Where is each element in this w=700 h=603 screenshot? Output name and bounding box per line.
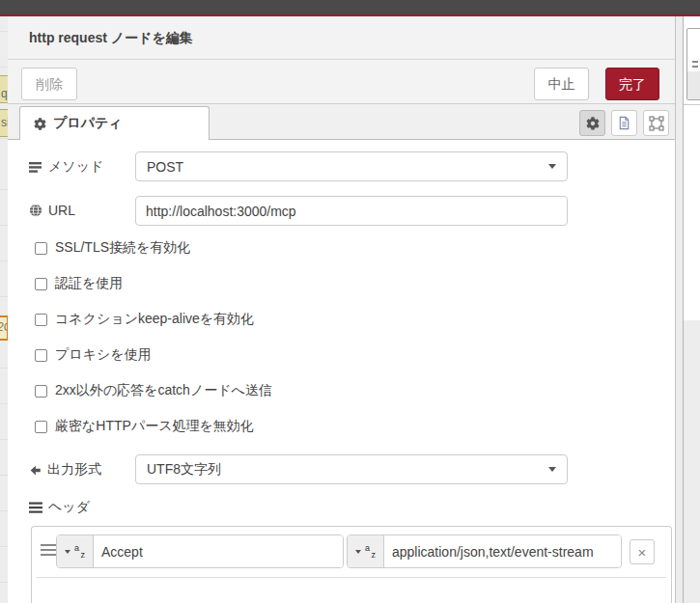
output-format-select[interactable]: UTF8文字列 bbox=[135, 454, 568, 484]
drag-handle-icon[interactable] bbox=[41, 544, 56, 559]
gear-icon bbox=[34, 118, 46, 130]
app-header-bar bbox=[0, 0, 700, 14]
remove-header-button[interactable]: × bbox=[630, 539, 655, 564]
group-selection-icon bbox=[649, 116, 664, 131]
chevron-down-icon bbox=[548, 164, 556, 169]
header-name-input[interactable] bbox=[94, 535, 343, 567]
done-button[interactable]: 完了 bbox=[605, 68, 659, 100]
output-format-label: 出力形式 bbox=[29, 461, 101, 479]
proxy-checkbox[interactable] bbox=[35, 349, 47, 362]
dialog-tab-row: プロパティ bbox=[8, 104, 675, 140]
checkbox-row-ssl: SSL/TLS接続を有効化 bbox=[35, 239, 190, 257]
headers-label: ヘッダ bbox=[29, 499, 90, 516]
header-name-type-button[interactable]: az bbox=[57, 535, 94, 567]
url-input[interactable] bbox=[135, 196, 568, 226]
header-value-type-button[interactable]: az bbox=[348, 535, 384, 567]
method-label: メソッド bbox=[29, 158, 103, 176]
chevron-down-icon bbox=[65, 550, 70, 554]
right-sidebar-strip bbox=[684, 16, 700, 603]
dialog-title: http request ノードを編集 bbox=[29, 30, 193, 47]
headers-editable-list: az az × bbox=[31, 526, 672, 603]
string-type-icon: az bbox=[74, 544, 85, 559]
chevron-down-icon bbox=[355, 550, 361, 554]
dialog-header: http request ノードを編集 bbox=[8, 16, 675, 60]
document-icon bbox=[617, 116, 631, 130]
tab-properties-label: プロパティ bbox=[53, 115, 123, 132]
ssl-checkbox[interactable] bbox=[35, 242, 47, 255]
checkbox-row-proxy: プロキシを使用 bbox=[35, 346, 152, 364]
keepalive-checkbox[interactable] bbox=[35, 314, 47, 326]
cancel-button[interactable]: 中止 bbox=[534, 68, 589, 100]
header-value-input[interactable] bbox=[384, 535, 621, 567]
workspace-palette-strip: q si 2C bbox=[0, 16, 8, 603]
globe-icon bbox=[29, 204, 42, 217]
description-button[interactable] bbox=[611, 110, 637, 136]
checkbox-row-strict-parse: 厳密なHTTPパース処理を無効化 bbox=[35, 418, 254, 435]
catch-checkbox[interactable] bbox=[35, 385, 47, 397]
strict-parse-checkbox[interactable] bbox=[35, 421, 47, 433]
dialog-toolbar: 削除 中止 完了 bbox=[8, 60, 675, 104]
checkbox-row-catch: 2xx以外の応答をcatchノードへ送信 bbox=[35, 382, 272, 399]
tab-properties[interactable]: プロパティ bbox=[19, 106, 210, 140]
sidebar-glyph bbox=[692, 61, 698, 63]
tasks-icon bbox=[29, 161, 42, 174]
sidebar-glyph bbox=[692, 66, 698, 68]
url-label: URL bbox=[29, 203, 75, 218]
edit-node-dialog: http request ノードを編集 削除 中止 完了 プロパティ bbox=[8, 16, 676, 603]
checkbox-row-auth: 認証を使用 bbox=[35, 275, 123, 292]
header-name-typed-input: az bbox=[56, 534, 344, 568]
list-icon bbox=[29, 502, 42, 514]
arrow-left-icon bbox=[29, 464, 42, 477]
properties-view-button[interactable] bbox=[579, 110, 605, 136]
checkbox-row-keepalive: コネクションkeep-aliveを有効化 bbox=[35, 311, 254, 328]
sidebar-widget-fragment[interactable] bbox=[686, 28, 700, 100]
header-value-typed-input: az bbox=[347, 534, 622, 568]
workspace-right-gap bbox=[676, 16, 684, 603]
appearance-button[interactable] bbox=[643, 110, 669, 136]
chevron-down-icon bbox=[548, 467, 556, 472]
gear-icon bbox=[586, 117, 600, 130]
method-select[interactable]: POST bbox=[135, 151, 568, 181]
delete-button[interactable]: 削除 bbox=[21, 68, 77, 100]
string-type-icon: az bbox=[365, 544, 376, 559]
auth-checkbox[interactable] bbox=[35, 278, 47, 290]
